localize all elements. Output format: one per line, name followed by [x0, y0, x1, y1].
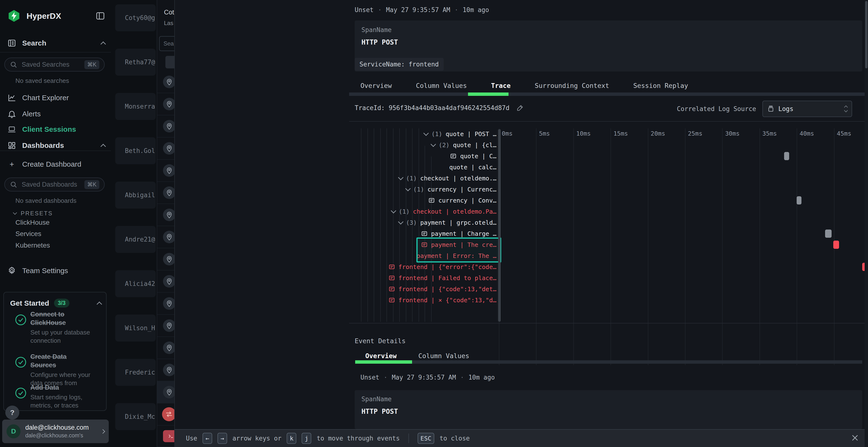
log-icon	[389, 264, 395, 270]
axis-tick-label: 45ms	[837, 130, 851, 137]
session-list-item[interactable]: Retha77@	[115, 49, 156, 76]
session-filter-button[interactable]	[165, 56, 174, 68]
saved-searches-input[interactable]: Saved Searches ⌘K	[4, 58, 105, 72]
axis-tick-label: 10ms	[576, 130, 591, 137]
span-duration-bar[interactable]	[825, 230, 832, 238]
session-list-item[interactable]: Alicia42	[115, 270, 156, 297]
sidebar-collapse-icon[interactable]	[95, 11, 105, 21]
location-pin-icon	[163, 98, 174, 110]
presets-toggle[interactable]: PRESETS	[13, 208, 105, 219]
tab-trace[interactable]: Trace	[491, 82, 510, 89]
trace-id-row: TraceId: 956f3b4a44b03aa4daf946242554d87…	[355, 104, 524, 112]
trace-span-row[interactable]: frontend | {"code":13,"det…	[351, 283, 496, 295]
session-list-item[interactable]: Andre21@	[115, 226, 156, 253]
location-event-row[interactable]	[157, 271, 174, 293]
chevron-up-icon	[100, 41, 106, 47]
location-event-row[interactable]	[157, 248, 174, 271]
sidebar-item-clickhouse[interactable]: ClickHouse	[16, 219, 50, 227]
get-started-item[interactable]: Create Data Sources Configure where your…	[10, 353, 101, 387]
location-event-row[interactable]	[157, 381, 174, 403]
location-event-row[interactable]	[157, 160, 174, 182]
event-details-title: Event Details	[355, 337, 406, 345]
tab-column-values[interactable]: Column Values	[418, 352, 469, 359]
trace-span-row[interactable]: currency | Conv…	[351, 195, 496, 206]
location-event-row[interactable]	[157, 204, 174, 226]
gear-icon	[7, 266, 17, 275]
event-row-console[interactable]	[157, 425, 174, 447]
trace-span-row[interactable]: quote | C…	[351, 150, 496, 162]
trace-span-row[interactable]: frontend | {"error":{"code…	[351, 261, 496, 272]
session-list-item[interactable]: Frederic	[115, 359, 156, 386]
location-event-row[interactable]	[157, 93, 174, 115]
session-list-item[interactable]: Abbigail	[115, 182, 156, 209]
help-button[interactable]: ?	[5, 406, 19, 419]
trace-span-row[interactable]: (1)currency | Currenc…	[351, 184, 496, 195]
no-saved-dashboards: No saved dashboards	[16, 197, 76, 204]
location-event-row[interactable]	[157, 138, 174, 160]
sidebar-section-search[interactable]: Search	[7, 37, 105, 49]
location-event-row[interactable]	[157, 71, 174, 93]
location-pin-icon	[163, 319, 174, 332]
trace-span-row[interactable]: (1)checkout | oteldemo.Pa…	[351, 206, 496, 217]
span-duration-bar[interactable]	[784, 152, 789, 160]
log-source-select[interactable]: Logs	[763, 101, 852, 117]
event-panel-tabs: OverviewColumn ValuesTraceSurrounding Co…	[361, 82, 688, 89]
user-menu[interactable]: D dale@clickhouse.com dale@clickhouse.co…	[2, 419, 109, 443]
edit-icon[interactable]	[516, 104, 524, 112]
location-event-row[interactable]	[157, 293, 174, 315]
axis-tick-label: 40ms	[800, 130, 814, 137]
logs-source-icon	[767, 105, 774, 112]
service-name-chip[interactable]: ServiceName: frontend	[355, 58, 444, 71]
sidebar-item-client-sessions[interactable]: Client Sessions	[7, 124, 105, 135]
trace-span-row[interactable]: frontend | Failed to place…	[351, 272, 496, 283]
session-panel-title: Cot	[164, 9, 174, 16]
sidebar-item-kubernetes[interactable]: Kubernetes	[16, 242, 50, 249]
location-event-row[interactable]	[157, 226, 174, 248]
tab-surrounding-context[interactable]: Surrounding Context	[535, 82, 609, 89]
tree-scrollbar[interactable]	[498, 129, 500, 322]
session-search-input[interactable]: Sea	[159, 36, 174, 51]
location-event-row[interactable]	[157, 315, 174, 337]
divider	[0, 150, 111, 151]
sidebar-item-alerts[interactable]: Alerts	[7, 108, 105, 120]
trace-span-row[interactable]: frontend | × {"code":13,"d…	[351, 295, 496, 306]
scrollbar-thumb[interactable]	[865, 1, 868, 68]
sidebar-item-team-settings[interactable]: Team Settings	[7, 265, 105, 276]
trace-span-row[interactable]: (3)payment | grpc.oteld…	[351, 217, 496, 228]
check-circle-icon	[14, 387, 27, 399]
get-started-item[interactable]: Connect to ClickHouse Set up your databa…	[10, 310, 101, 345]
session-list-item[interactable]: Dixie_Mc	[115, 403, 156, 430]
trace-span-row[interactable]: (1)quote | POST …	[351, 128, 496, 139]
location-event-row[interactable]	[157, 337, 174, 359]
get-started-item[interactable]: Add Data Start sending logs, metrics, or…	[10, 383, 101, 410]
tab-column-values[interactable]: Column Values	[416, 82, 467, 89]
trace-span-row[interactable]: quote | calc…	[351, 162, 496, 173]
tab-overview[interactable]: Overview	[365, 352, 397, 359]
event-row-navigate[interactable]	[157, 403, 174, 425]
event-details-tabs: OverviewColumn Values	[365, 352, 469, 359]
search-icon	[10, 61, 18, 68]
span-duration-bar[interactable]	[797, 196, 802, 204]
location-event-row[interactable]	[157, 359, 174, 381]
close-icon[interactable]	[850, 434, 859, 442]
vertical-scrollbar[interactable]	[865, 0, 868, 447]
sidebar-item-chart-explorer[interactable]: Chart Explorer	[7, 92, 105, 104]
tab-overview[interactable]: Overview	[361, 82, 392, 89]
saved-dashboards-input[interactable]: Saved Dashboards ⌘K	[4, 177, 105, 192]
trace-span-row[interactable]: (2)quote | {cl…	[351, 139, 496, 150]
location-pin-icon	[163, 186, 174, 199]
log-icon	[389, 286, 395, 293]
chevron-up-icon[interactable]	[97, 301, 102, 307]
create-dashboard-button[interactable]: + Create Dashboard	[7, 159, 105, 170]
location-event-row[interactable]	[157, 115, 174, 138]
sidebar-section-dashboards[interactable]: Dashboards	[7, 140, 105, 151]
trace-span-row[interactable]: (1)checkout | oteldemo.…	[351, 173, 496, 184]
session-list-item[interactable]: Wilson_H	[115, 314, 156, 342]
span-duration-bar[interactable]	[833, 241, 839, 249]
session-list-item[interactable]: Beth.Gol	[115, 137, 156, 164]
tab-session-replay[interactable]: Session Replay	[633, 82, 688, 89]
session-list-item[interactable]: Coty60@g	[115, 4, 156, 31]
sidebar-item-services[interactable]: Services	[16, 230, 41, 238]
session-list-item[interactable]: Monserra	[115, 93, 156, 120]
location-event-row[interactable]	[157, 182, 174, 204]
